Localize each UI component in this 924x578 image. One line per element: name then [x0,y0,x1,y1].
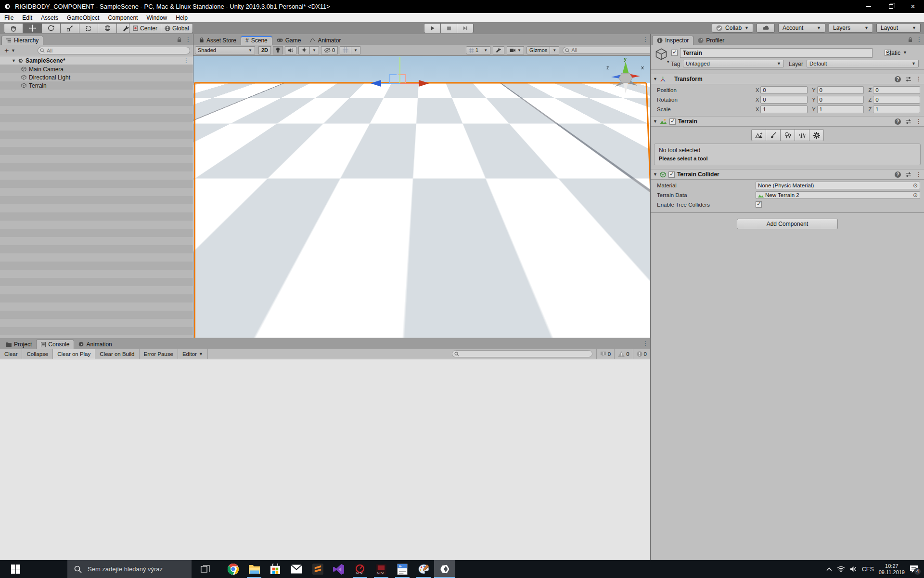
tag-dropdown[interactable]: Untagged▼ [683,60,784,67]
play-button[interactable] [424,23,441,33]
taskbar-app-gpu-tweak[interactable]: GPU [349,560,371,578]
scene-root-row[interactable]: ▼ SampleScene* ⋮ [0,56,193,65]
scale-z-field[interactable]: 1 [873,105,920,113]
scene-camera-button[interactable]: ▼ [507,46,524,54]
lock-icon[interactable] [908,37,912,42]
presets-icon[interactable] [905,119,911,124]
object-enabled-checkbox[interactable] [671,50,678,56]
rotate-tool-button[interactable] [41,23,61,33]
tab-inspector[interactable]: Inspector [652,36,693,45]
object-picker-icon[interactable]: ⊙ [913,192,918,198]
scale-y-field[interactable]: 1 [817,105,864,113]
scale-tool-button[interactable] [60,23,79,33]
taskbar-clock[interactable]: 10:27 09.11.2019 [879,563,905,576]
wifi-icon[interactable] [837,566,845,572]
2d-toggle-button[interactable]: 2D [258,46,271,54]
rotation-x-field[interactable]: 0 [760,96,808,104]
grid-visibility-button[interactable] [340,46,351,54]
transform-header[interactable]: ▼ Transform ? ⋮ [651,74,924,84]
create-add-button[interactable]: ＋▼ [3,46,15,55]
component-kebab-icon[interactable]: ⋮ [916,118,922,125]
material-object-field[interactable]: None (Physic Material) ⊙ [756,182,920,189]
scene-search-input[interactable] [563,47,654,54]
terrain-details-tool[interactable] [795,129,809,141]
tab-hierarchy[interactable]: Hierarchy [1,36,43,45]
grid-dropdown[interactable]: ▼ [351,46,360,54]
add-component-button[interactable]: Add Component [737,219,838,229]
position-x-field[interactable]: 0 [760,86,808,94]
taskbar-app-visual-studio[interactable] [328,560,349,578]
menu-gameobject[interactable]: GameObject [63,13,103,22]
warning-messages-toggle[interactable]: 0 [614,349,632,359]
task-view-button[interactable] [194,560,216,578]
pause-button[interactable] [440,23,457,33]
component-kebab-icon[interactable]: ⋮ [916,171,922,178]
presets-icon[interactable] [905,172,911,177]
hierarchy-item-main-camera[interactable]: Main Camera [0,65,193,73]
foldout-icon[interactable]: ▼ [12,58,16,63]
static-dropdown-caret[interactable]: ▼ [903,50,907,55]
scene-viewport[interactable]: y z x [193,56,650,338]
clear-on-build-button[interactable]: Clear on Build [95,349,139,359]
icon-dropdown-caret[interactable]: ▾ [667,59,669,64]
space-toggle-button[interactable]: Global [161,23,193,33]
start-button[interactable] [0,560,31,578]
position-z-field[interactable]: 0 [873,86,920,94]
collider-enabled-checkbox[interactable] [668,171,675,178]
rotation-z-field[interactable]: 0 [873,96,920,104]
terrain-header[interactable]: ▼ Terrain ? ⋮ [651,116,924,127]
editor-dropdown[interactable]: Editor▼ [178,349,208,359]
terrain-paint-tool[interactable] [766,129,781,141]
tab-asset-store[interactable]: Asset Store [195,36,241,45]
terrain-enabled-checkbox[interactable] [669,118,676,125]
console-log-area[interactable] [0,359,650,560]
account-dropdown[interactable]: Account▼ [778,23,825,33]
error-pause-button[interactable]: Error Pause [140,349,178,359]
gizmo-x-label[interactable]: x [641,65,644,70]
effects-dropdown[interactable]: ▼ [309,46,319,54]
minimize-button[interactable] [858,0,880,13]
collab-dropdown[interactable]: Collab▼ [712,23,753,33]
menu-edit[interactable]: Edit [18,13,37,22]
language-indicator[interactable]: CES [862,566,874,573]
move-gizmo[interactable] [362,56,439,92]
taskbar-app-sublime-text[interactable] [307,560,328,578]
info-messages-toggle[interactable]: 0 [596,349,614,359]
tab-project[interactable]: Project [1,340,36,349]
volume-icon[interactable] [850,566,857,572]
object-name-field[interactable]: Terrain [680,48,873,58]
object-picker-icon[interactable]: ⊙ [913,182,918,189]
object-cube-icon[interactable] [654,48,668,61]
close-button[interactable]: × [902,0,924,13]
gizmo-y-label[interactable]: y [624,56,627,62]
terrain-data-object-field[interactable]: New Terrain 2 ⊙ [756,191,920,199]
taskbar-app-unity[interactable] [434,560,455,578]
tray-chevron-icon[interactable] [826,567,832,571]
hierarchy-kebab-icon[interactable]: ⋮ [185,36,191,43]
tab-game[interactable]: Game [272,36,306,45]
console-kebab-icon[interactable]: ⋮ [642,340,648,347]
layers-dropdown[interactable]: Layers▼ [829,23,873,33]
clear-button[interactable]: Clear [0,349,22,359]
component-kebab-icon[interactable]: ⋮ [916,76,922,82]
audio-toggle-button[interactable] [285,46,296,54]
foldout-icon[interactable]: ▼ [653,77,657,81]
taskbar-app-text-editor[interactable]: A- [392,560,413,578]
scene-orientation-gizmo[interactable] [605,57,646,95]
taskbar-app-file-explorer[interactable] [244,560,265,578]
terrain-trees-tool[interactable] [780,129,795,141]
rotation-y-field[interactable]: 0 [817,96,864,104]
cloud-button[interactable] [757,23,775,33]
tab-scene[interactable]: # Scene [241,36,272,45]
tab-console[interactable]: Console [36,340,74,349]
gizmos-button[interactable]: Gizmos [526,46,550,54]
terrain-raise-lower-tool[interactable] [751,129,766,141]
layout-dropdown[interactable]: Layout▼ [876,23,921,33]
tab-profiler[interactable]: Profiler [693,36,729,45]
scene-tools-button[interactable] [493,46,504,54]
notification-center-button[interactable]: 4 [910,565,918,573]
tab-animator[interactable]: Animator [305,36,345,45]
layer-dropdown[interactable]: Default▼ [807,60,919,67]
menu-help[interactable]: Help [171,13,192,22]
presets-icon[interactable] [905,77,911,82]
